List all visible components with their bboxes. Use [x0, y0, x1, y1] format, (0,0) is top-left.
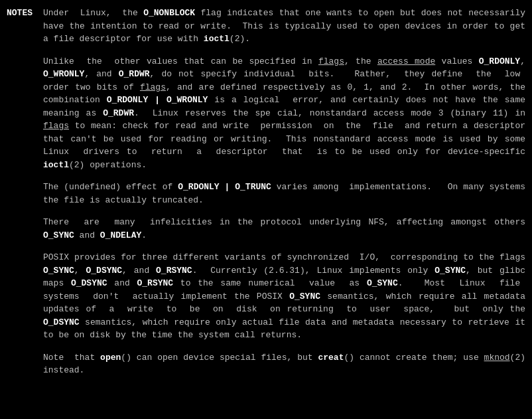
paragraph-5: POSIX provides for three different varia… — [43, 251, 525, 342]
paragraph-6: Note that open() can open device special… — [43, 351, 525, 377]
notes-label: NOTES — [7, 7, 43, 377]
paragraph-4: There are many infelicities in the proto… — [43, 216, 525, 242]
notes-section: NOTES Under Linux, the O_NONBLOCK flag i… — [0, 7, 532, 377]
paragraph-2: Unlike the other values that can be spec… — [43, 55, 525, 172]
paragraph-3: The (undefined) effect of O_RDONLY | O_T… — [43, 181, 525, 207]
paragraph-1: Under Linux, the O_NONBLOCK flag indicat… — [43, 7, 525, 46]
notes-content: Under Linux, the O_NONBLOCK flag indicat… — [43, 7, 525, 377]
